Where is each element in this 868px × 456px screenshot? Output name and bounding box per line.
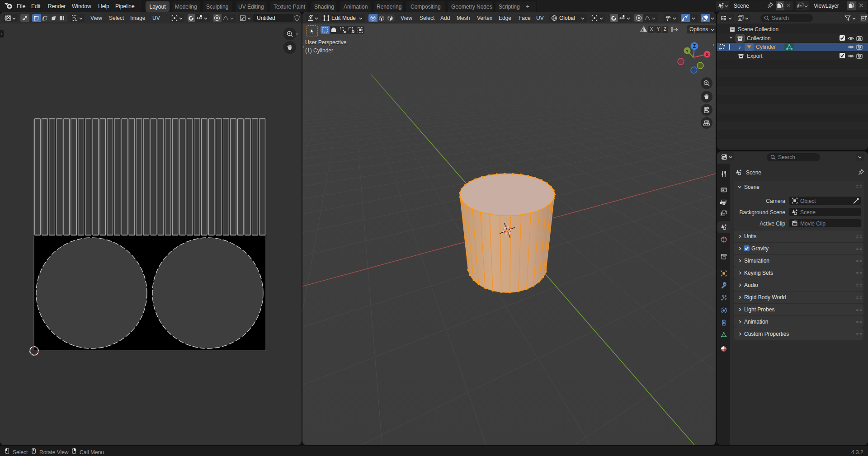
svg-text:Z: Z [693,44,696,49]
svg-text:Y: Y [686,48,689,53]
svg-text:X: X [706,52,709,57]
